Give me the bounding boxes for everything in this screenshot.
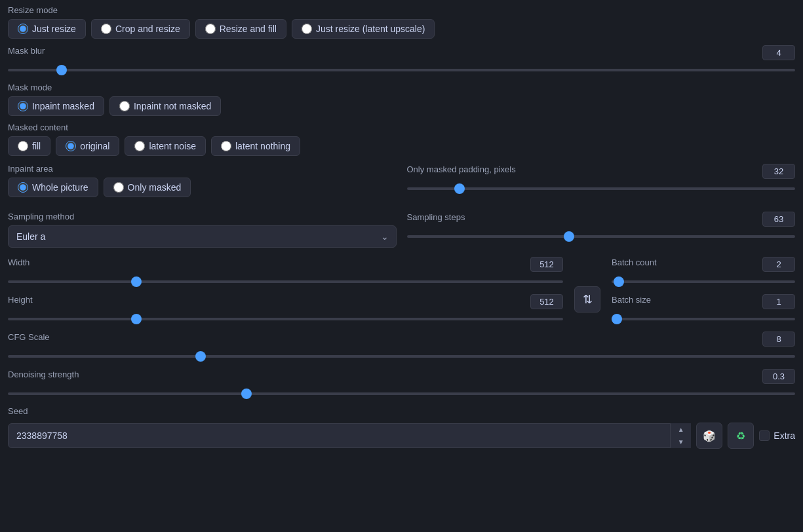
seed-input-wrapper: 2338897758 ▲ ▼	[8, 423, 691, 448]
batch-count-label: Batch count	[612, 257, 657, 267]
height-slider[interactable]	[8, 318, 563, 320]
seed-row: 2338897758 ▲ ▼ 🎲 ♻ Extra	[8, 423, 795, 449]
seed-section: Seed 2338897758 ▲ ▼ 🎲 ♻ Extra	[8, 406, 795, 449]
only-masked-padding-slider[interactable]	[407, 187, 796, 190]
seed-up-button[interactable]: ▲	[671, 423, 691, 436]
latent-nothing-label: latent nothing	[235, 141, 290, 151]
original-label: original	[80, 141, 109, 151]
inpaint-masked-label: Inpaint masked	[32, 101, 94, 111]
recycle-button[interactable]: ♻	[728, 423, 754, 449]
denoising-strength-value[interactable]: 0.3	[762, 369, 795, 384]
inpaint-masked-option[interactable]: Inpaint masked	[8, 96, 104, 116]
masked-content-original[interactable]: original	[56, 136, 119, 156]
only-masked-padding-value[interactable]: 32	[762, 164, 795, 179]
resize-mode-just-resize[interactable]: Just resize	[8, 19, 86, 39]
inpaint-not-masked-option[interactable]: Inpaint not masked	[109, 96, 221, 116]
resize-mode-just-resize-label: Just resize	[32, 24, 76, 34]
masked-content-latent-nothing[interactable]: latent nothing	[211, 136, 300, 156]
batch-size-slider[interactable]	[612, 318, 795, 320]
resize-mode-latent-upscale[interactable]: Just resize (latent upscale)	[292, 19, 435, 39]
seed-down-button[interactable]: ▼	[671, 436, 691, 448]
width-slider[interactable]	[8, 280, 563, 283]
sampling-steps-label: Sampling steps	[407, 212, 465, 222]
whole-picture-option[interactable]: Whole picture	[8, 178, 98, 197]
sampling-steps-slider[interactable]	[407, 235, 796, 238]
latent-noise-label: latent noise	[149, 141, 196, 151]
masked-content-group: fill original latent noise latent nothin…	[8, 136, 795, 156]
only-masked-padding-label: Only masked padding, pixels	[407, 164, 516, 174]
resize-mode-fill-label: Resize and fill	[220, 24, 277, 34]
seed-label: Seed	[8, 406, 795, 416]
sampling-method-select-wrapper: Euler a Euler LMS Heun DPM2 DPM++ 2M DPM…	[8, 225, 397, 248]
resize-mode-crop-label: Crop and resize	[115, 24, 180, 34]
seed-spinner: ▲ ▼	[670, 423, 691, 448]
denoising-strength-section: Denoising strength 0.3	[8, 369, 795, 397]
mask-blur-value[interactable]: 4	[762, 45, 795, 60]
inpaint-area-group: Whole picture Only masked	[8, 178, 397, 197]
cfg-scale-label: CFG Scale	[8, 332, 50, 342]
batch-size-value[interactable]: 1	[762, 294, 795, 309]
sampling-method-label: Sampling method	[8, 212, 397, 221]
resize-mode-crop-and-resize[interactable]: Crop and resize	[91, 19, 190, 39]
height-value[interactable]: 512	[530, 294, 563, 309]
extra-text: Extra	[774, 430, 795, 441]
resize-mode-label: Resize mode	[8, 5, 795, 15]
masked-content-latent-noise[interactable]: latent noise	[125, 136, 206, 156]
seed-input[interactable]: 2338897758	[8, 423, 691, 448]
mask-blur-label: Mask blur	[8, 46, 45, 56]
extra-label[interactable]: Extra	[759, 430, 795, 441]
only-masked-option[interactable]: Only masked	[104, 178, 191, 197]
masked-content-label: Masked content	[8, 123, 795, 132]
height-label: Height	[8, 295, 33, 305]
extra-checkbox[interactable]	[759, 430, 770, 441]
width-value[interactable]: 512	[530, 257, 563, 272]
dice-button[interactable]: 🎲	[696, 423, 722, 449]
sampling-steps-value[interactable]: 63	[762, 212, 795, 227]
mask-mode-label: Mask mode	[8, 83, 795, 92]
swap-width-height-button[interactable]: ⇅	[574, 286, 600, 313]
resize-mode-group: Just resize Crop and resize Resize and f…	[8, 19, 795, 39]
resize-mode-latent-label: Just resize (latent upscale)	[316, 24, 425, 34]
cfg-scale-slider[interactable]	[8, 355, 795, 358]
cfg-scale-section: CFG Scale 8	[8, 332, 795, 360]
denoising-strength-slider[interactable]	[8, 392, 795, 395]
cfg-scale-value[interactable]: 8	[762, 332, 795, 347]
mask-blur-slider[interactable]	[8, 69, 795, 71]
mask-blur-section: Mask blur 4	[8, 45, 795, 73]
only-masked-label: Only masked	[128, 182, 182, 193]
denoising-strength-label: Denoising strength	[8, 370, 79, 379]
fill-label: fill	[32, 141, 41, 151]
sampling-method-select[interactable]: Euler a Euler LMS Heun DPM2 DPM++ 2M DPM…	[8, 225, 397, 248]
resize-mode-resize-and-fill[interactable]: Resize and fill	[195, 19, 286, 39]
batch-count-slider[interactable]	[612, 280, 795, 283]
mask-mode-group: Inpaint masked Inpaint not masked	[8, 96, 795, 116]
whole-picture-label: Whole picture	[32, 182, 88, 193]
batch-count-value[interactable]: 2	[762, 257, 795, 272]
batch-size-label: Batch size	[612, 295, 651, 305]
width-label: Width	[8, 257, 29, 267]
inpaint-area-label: Inpaint area	[8, 164, 397, 174]
masked-content-fill[interactable]: fill	[8, 136, 50, 156]
inpaint-not-masked-label: Inpaint not masked	[134, 101, 211, 111]
